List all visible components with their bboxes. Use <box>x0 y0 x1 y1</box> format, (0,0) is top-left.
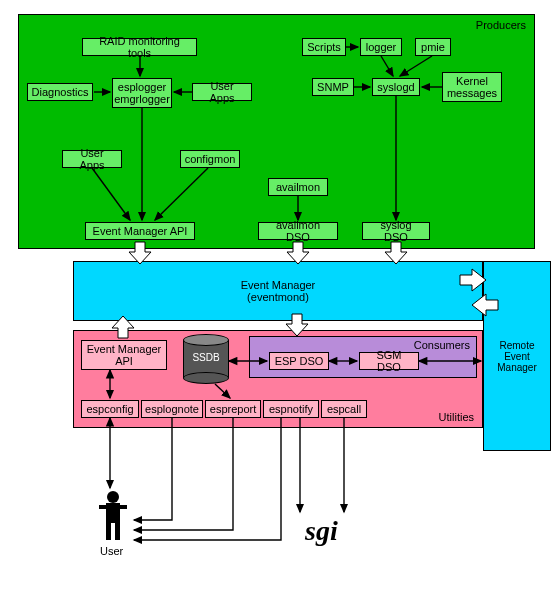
espcall-box: espcall <box>321 400 367 418</box>
svg-rect-2 <box>99 505 106 509</box>
remote-label: Remote Event Manager <box>488 340 546 373</box>
event-manager-label: Event Manager (eventmond) <box>241 279 316 303</box>
pmie-box: pmie <box>415 38 451 56</box>
svg-point-0 <box>107 491 119 503</box>
syslog-dso-box: syslog DSO <box>362 222 430 240</box>
espreport-box: espreport <box>205 400 261 418</box>
consumers-label: Consumers <box>414 339 470 351</box>
esplognote-box: esplognote <box>141 400 203 418</box>
event-mgr-api-prod-box: Event Manager API <box>85 222 195 240</box>
ssdb-cylinder: SSDB <box>183 334 229 384</box>
espnotify-box: espnotify <box>263 400 319 418</box>
kernel-box: Kernel messages <box>442 72 502 102</box>
espconfig-box: espconfig <box>81 400 139 418</box>
svg-rect-5 <box>115 523 120 540</box>
svg-rect-4 <box>106 523 111 540</box>
esp-dso-box: ESP DSO <box>269 352 329 370</box>
user-apps-1-box: User Apps <box>192 83 252 101</box>
configmon-box: configmon <box>180 150 240 168</box>
availmon-dso-box: availmon DSO <box>258 222 338 240</box>
svg-rect-3 <box>120 505 127 509</box>
utilities-label: Utilities <box>439 411 474 423</box>
remote-event-manager-section: Remote Event Manager <box>483 261 551 451</box>
snmp-box: SNMP <box>312 78 354 96</box>
event-manager-section: Event Manager (eventmond) <box>73 261 483 321</box>
scripts-box: Scripts <box>302 38 346 56</box>
syslogd-box: syslogd <box>372 78 420 96</box>
user-apps-2-box: User Apps <box>62 150 122 168</box>
diagnostics-box: Diagnostics <box>27 83 93 101</box>
raid-box: RAID monitoring tools <box>82 38 197 56</box>
esplogger-box: esplogger emgrlogger <box>112 78 172 108</box>
event-mgr-api-cons-box: Event Manager API <box>81 340 167 370</box>
producers-label: Producers <box>476 19 526 31</box>
availmon-box: availmon <box>268 178 328 196</box>
user-label: User <box>100 545 123 557</box>
sgi-logo: sgi <box>305 515 338 547</box>
sgm-dso-box: SGM DSO <box>359 352 419 370</box>
svg-rect-1 <box>106 503 120 523</box>
logger-box: logger <box>360 38 402 56</box>
